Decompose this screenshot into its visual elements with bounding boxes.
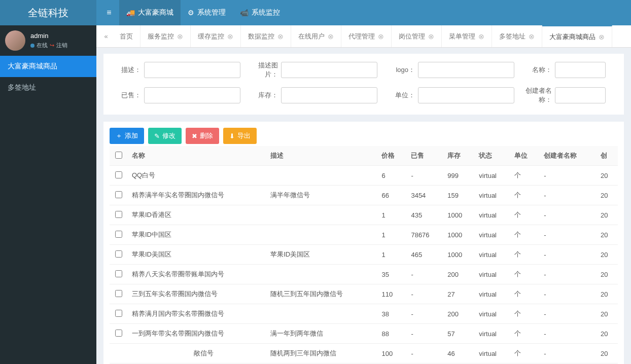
table-row[interactable]: 苹果ID中国区1786761000virtual个-20 — [110, 225, 618, 245]
table-row[interactable]: 敞信号随机两到三年国内微信100-46virtual个-20 — [110, 344, 618, 363]
form-group: 库存： — [246, 86, 377, 104]
table-row[interactable]: 苹果ID美国区苹果ID美国区14651000virtual个-20 — [110, 245, 618, 265]
cell-creator: - — [540, 225, 597, 245]
sidebar-toggle[interactable]: ≡ — [99, 8, 119, 17]
tab[interactable]: 在线用户⊗ — [291, 25, 341, 47]
close-icon[interactable]: ⊗ — [277, 32, 284, 41]
tab[interactable]: 数据监控⊗ — [241, 25, 291, 47]
avatar — [5, 30, 25, 51]
topnav-item[interactable]: 📹系统监控 — [233, 0, 287, 25]
close-icon[interactable]: ⊗ — [428, 32, 434, 41]
export-button[interactable]: ⬇导出 — [223, 128, 257, 144]
tab[interactable]: 首页 — [113, 25, 141, 47]
close-icon[interactable]: ⊗ — [328, 32, 334, 41]
logout-link[interactable]: 注销 — [56, 42, 67, 49]
cell-sold: 3454 — [407, 186, 443, 205]
field-input[interactable] — [555, 62, 606, 78]
column-header[interactable]: 名称 — [128, 146, 266, 166]
topnav-label: 大富豪商城 — [138, 8, 173, 17]
edit-label: 修改 — [162, 131, 176, 140]
field-input[interactable] — [281, 87, 377, 103]
close-icon[interactable]: ⊗ — [227, 32, 233, 41]
logout-icon: ↪ — [50, 42, 54, 49]
x-icon: ✖ — [192, 132, 197, 140]
cell-creator: - — [540, 186, 597, 205]
row-checkbox[interactable] — [115, 330, 122, 337]
field-input[interactable] — [281, 62, 377, 78]
truck-icon: 🚚 — [126, 9, 135, 17]
topnav-item[interactable]: 🚚大富豪商城 — [119, 0, 181, 25]
add-button[interactable]: ＋添加 — [110, 128, 144, 144]
row-checkbox[interactable] — [115, 270, 122, 277]
sidebar-item[interactable]: 多签地址 — [0, 77, 96, 98]
table-row[interactable]: 精养八天实名带圈带账单国内号35-200virtual个-20 — [110, 265, 618, 284]
field-label: 已售： — [109, 91, 144, 100]
table-row[interactable]: 精养满半年实名带圈国内微信号满半年微信号663454159virtual个-20 — [110, 186, 618, 205]
cell-unit: 个 — [510, 284, 540, 304]
tab[interactable]: 岗位管理⊗ — [392, 25, 442, 47]
tab[interactable]: 多签地址⊗ — [492, 25, 542, 47]
row-checkbox[interactable] — [115, 250, 122, 258]
cell-status: virtual — [475, 166, 510, 186]
tab[interactable]: 菜单管理⊗ — [442, 25, 492, 47]
field-input[interactable] — [418, 87, 514, 103]
field-input[interactable] — [144, 87, 240, 103]
topnav-item[interactable]: ⚙系统管理 — [181, 0, 233, 25]
cell-creator: - — [540, 324, 597, 344]
tab[interactable]: 服务监控⊗ — [141, 25, 191, 47]
close-icon[interactable]: ⊗ — [599, 33, 605, 41]
table-row[interactable]: 精养满月国内带实名带圈微信号38-200virtual个-20 — [110, 304, 618, 324]
row-checkbox[interactable] — [115, 290, 122, 297]
row-checkbox[interactable] — [115, 171, 122, 178]
table-row[interactable]: 一到两年带实名带圈国内微信号满一年到两年微信88-57virtual个-20 — [110, 324, 618, 344]
column-header[interactable]: 状态 — [475, 146, 510, 166]
cell-status: virtual — [475, 245, 510, 265]
column-header[interactable]: 已售 — [407, 146, 443, 166]
tab-label: 缓存监控 — [198, 32, 224, 41]
close-icon[interactable]: ⊗ — [529, 32, 535, 41]
cell-stock: 200 — [443, 304, 475, 324]
row-checkbox[interactable] — [115, 191, 122, 198]
tab-label: 岗位管理 — [399, 32, 425, 41]
row-checkbox[interactable] — [115, 231, 122, 238]
close-icon[interactable]: ⊗ — [378, 32, 384, 41]
select-all-checkbox[interactable] — [115, 152, 122, 159]
column-header[interactable]: 库存 — [443, 146, 475, 166]
delete-button[interactable]: ✖删除 — [186, 128, 219, 144]
field-label: 单位： — [382, 91, 418, 100]
tab[interactable]: 大富豪商城商品⊗ — [542, 25, 612, 47]
cell-desc — [266, 225, 377, 245]
cell-price: 66 — [377, 186, 407, 205]
sidebar-item[interactable]: 大富豪商城商品 — [0, 56, 96, 77]
online-dot-icon — [30, 44, 34, 48]
cell-unit: 个 — [510, 166, 540, 186]
column-header[interactable]: 单位 — [510, 146, 540, 166]
tab[interactable]: 缓存监控⊗ — [191, 25, 241, 47]
cell-stock: 57 — [443, 324, 475, 344]
tab-strip: « 首页服务监控⊗缓存监控⊗数据监控⊗在线用户⊗代理管理⊗岗位管理⊗菜单管理⊗多… — [96, 25, 631, 48]
cell-price: 1 — [377, 225, 407, 245]
row-checkbox[interactable] — [115, 310, 122, 317]
column-header[interactable]: 创 — [597, 146, 618, 166]
video-icon: 📹 — [240, 9, 249, 17]
column-header[interactable]: 价格 — [377, 146, 407, 166]
row-checkbox[interactable] — [115, 211, 122, 218]
column-header[interactable]: 描述 — [266, 146, 377, 166]
tab-scroll-left[interactable]: « — [99, 25, 113, 47]
field-input[interactable] — [144, 62, 240, 78]
column-header[interactable]: 创建者名称 — [540, 146, 597, 166]
field-input[interactable] — [418, 62, 514, 78]
field-label: 库存： — [246, 91, 281, 100]
edit-button[interactable]: ✎修改 — [148, 128, 182, 144]
export-label: 导出 — [237, 131, 251, 140]
table-row[interactable]: 三到五年实名带圈国内微信号随机三到五年国内微信号110-27virtual个-2… — [110, 284, 618, 304]
cell-stock: 27 — [443, 284, 475, 304]
table-row[interactable]: QQ白号6-999virtual个-20 — [110, 166, 618, 186]
tab[interactable]: 代理管理⊗ — [341, 25, 392, 47]
gear-icon: ⚙ — [188, 9, 194, 17]
close-icon[interactable]: ⊗ — [478, 32, 484, 41]
table-row[interactable]: 苹果ID香港区14351000virtual个-20 — [110, 205, 618, 225]
field-input[interactable] — [555, 87, 606, 103]
cell-name: QQ白号 — [128, 166, 266, 186]
close-icon[interactable]: ⊗ — [177, 32, 183, 41]
